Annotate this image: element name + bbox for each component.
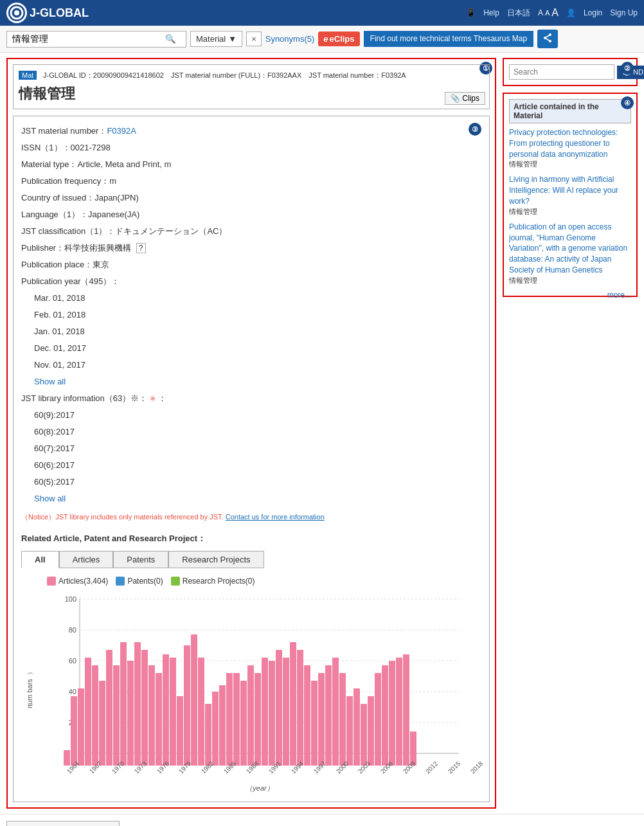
- search-submit-button[interactable]: 🔍: [161, 31, 180, 46]
- library-colon: ：: [158, 393, 166, 403]
- help-link[interactable]: Help: [483, 8, 499, 17]
- pub-year-label: Publication year（495）：: [21, 276, 120, 286]
- search-box-panel: ② 📚 NDL Search: [503, 58, 638, 86]
- material-dropdown[interactable]: Material ▼: [190, 31, 242, 47]
- article-tag-1: 情報管理: [509, 160, 537, 168]
- bar-item: [346, 696, 353, 766]
- eclips-button[interactable]: e eClips: [318, 31, 359, 46]
- mobile-icon: 📱: [466, 8, 476, 17]
- chart-bars: [64, 611, 481, 766]
- tab-articles[interactable]: Articles: [59, 551, 114, 568]
- pub-place-row: Publication place：東京: [21, 256, 481, 273]
- library-info-icon: ※: [150, 395, 156, 402]
- bar-item: [375, 673, 381, 766]
- bar-item: [304, 665, 310, 766]
- chart-wrapper: （num bars） 1: [21, 593, 481, 795]
- font-a-large[interactable]: A: [551, 7, 559, 19]
- legend-patents-label: Patents(0): [127, 573, 163, 589]
- publisher-label: Publisher：: [21, 243, 64, 253]
- bar-item: [205, 704, 211, 766]
- publisher-row: Publisher：科学技術振興機構 ?: [21, 240, 481, 256]
- library-item-2: 60(8):2017: [34, 424, 481, 440]
- detail-panel-number: ③: [469, 123, 481, 136]
- mat-badge: Mat: [19, 71, 37, 80]
- search-input-wrap: 🔍: [6, 31, 186, 48]
- bar-item: [318, 673, 325, 766]
- bar-item: [99, 681, 105, 766]
- return-button[interactable]: Return to Previous Page: [6, 821, 120, 826]
- login-link[interactable]: Login: [584, 8, 602, 17]
- bar-item: [184, 645, 190, 766]
- publisher-info-icon[interactable]: ?: [136, 243, 146, 253]
- clips-icon: 📎: [451, 94, 460, 103]
- share-button[interactable]: [537, 30, 558, 48]
- tab-research-projects[interactable]: Research Projects: [168, 551, 264, 568]
- clips-button[interactable]: 📎 Clips: [445, 92, 485, 105]
- synonyms-link[interactable]: Synonyms(5): [265, 34, 315, 44]
- bar-item: [85, 658, 91, 766]
- tab-patents[interactable]: Patents: [113, 551, 168, 568]
- bar-item: [290, 642, 296, 766]
- contact-link[interactable]: Contact us for more information: [226, 513, 325, 521]
- article-item-1: Privacy protection technologies: From pr…: [509, 127, 631, 169]
- jst-material-number-value[interactable]: F0392A: [107, 126, 136, 136]
- bar-item: [332, 658, 339, 766]
- legend-patents-dot: [116, 577, 125, 586]
- article-tag-2: 情報管理: [509, 208, 537, 215]
- article-link-1[interactable]: Privacy protection technologies: From pr…: [509, 127, 631, 159]
- bar-item: [368, 696, 374, 766]
- bar-item: [212, 692, 219, 766]
- signup-link[interactable]: Sign Up: [610, 8, 638, 17]
- bar-item: [311, 681, 318, 766]
- clear-search-button[interactable]: ×: [246, 31, 262, 46]
- svg-line-7: [545, 38, 550, 41]
- pub-year-2: Feb. 01, 2018: [34, 307, 481, 323]
- ndl-search-input[interactable]: [509, 64, 614, 80]
- dropdown-arrow-icon: ▼: [228, 34, 237, 44]
- bar-item: [325, 665, 332, 766]
- material-type-label: Material type：: [21, 159, 77, 169]
- jst-class-value: ドキュメンテーション（AC）: [115, 226, 227, 236]
- more-link[interactable]: more...: [607, 291, 631, 300]
- legend-research-projects: Research Projects(0): [171, 573, 255, 589]
- article-link-3[interactable]: Publication of an open access journal, "…: [509, 222, 631, 276]
- article-link-2[interactable]: Living in harmony with Artificial Intell…: [509, 174, 631, 206]
- country-label: Country of issued：: [21, 193, 94, 202]
- clips-label: Clips: [462, 94, 479, 103]
- right-panel: ② 📚 NDL Search ④ Article contained in th…: [503, 58, 638, 300]
- bar-item: [389, 661, 395, 766]
- articles-panel: ④ Article contained in the Material Priv…: [503, 93, 638, 297]
- eclips-label: eClips: [330, 34, 355, 44]
- bar-item: [262, 658, 268, 766]
- main-layout: ① Mat J-GLOBAL ID：200909009421418602 JST…: [0, 53, 644, 814]
- legend-research-projects-dot: [171, 577, 180, 586]
- publisher-value: 科学技術振興機構: [64, 243, 131, 253]
- language-label: Language（1）：: [21, 210, 88, 219]
- bar-item: [283, 658, 289, 766]
- bar-item: [78, 688, 84, 766]
- pub-freq-label: Publication frequency：: [21, 176, 109, 186]
- ndl-search-row: 📚 NDL Search: [509, 64, 631, 80]
- font-a-small[interactable]: A: [538, 8, 543, 17]
- search-input[interactable]: [7, 31, 161, 47]
- material-id-row: Mat J-GLOBAL ID：200909009421418602 JST m…: [19, 70, 484, 80]
- japanese-link[interactable]: 日本語: [507, 8, 530, 19]
- bar-item: [353, 688, 360, 766]
- library-label: JST library information（63）※：: [21, 393, 147, 403]
- thesaurus-button[interactable]: Find out more technical terms Thesaurus …: [364, 31, 534, 47]
- header: J-GLOBAL 📱 Help 日本語 A A A 👤 Login Sign U…: [0, 0, 644, 26]
- article-tag-3: 情報管理: [509, 276, 537, 284]
- tab-all[interactable]: All: [21, 551, 59, 568]
- article-item-2: Living in harmony with Artificial Intell…: [509, 174, 631, 216]
- material-type-row: Material type：Article, Meta and Print, m: [21, 156, 481, 173]
- header-nav: 📱 Help 日本語 A A A 👤 Login Sign Up: [466, 7, 638, 19]
- bar-item: [219, 685, 226, 766]
- show-all-years-link[interactable]: Show all: [34, 377, 66, 386]
- articles-panel-number: ④: [621, 96, 634, 109]
- search-bar: 🔍 Material ▼ × Synonyms(5) e eClips Find…: [0, 26, 644, 53]
- legend-articles-label: Articles(3,404): [58, 573, 108, 589]
- detail-section: ③ JST material number：F0392A ISSN（1）：002…: [13, 116, 490, 802]
- bar-item: [92, 665, 98, 766]
- show-all-library-link[interactable]: Show all: [34, 494, 66, 503]
- tabs-row: All Articles Patents Research Projects: [21, 551, 481, 568]
